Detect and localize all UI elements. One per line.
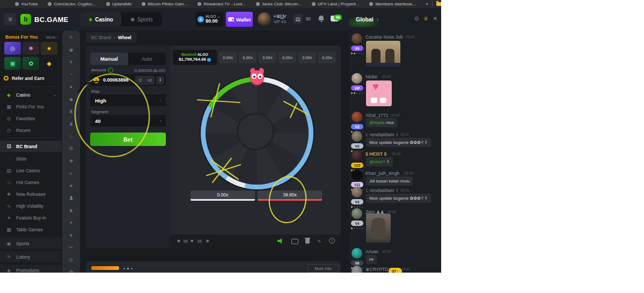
bookmarks-overflow-chevron[interactable]: » (426, 2, 428, 6)
sidebar-item-hot-games[interactable]: ♨Hot Games (0, 177, 62, 187)
bookmark-label[interactable]: Bitcoin Plinko Gam... (148, 2, 187, 6)
chat-info-icon[interactable]: ⊙ (414, 16, 419, 21)
amount-stepper[interactable]: ▴ ▾ (156, 76, 164, 85)
rakeback-button[interactable]: ▤ (293, 14, 303, 24)
heart-icon[interactable]: ♥ (191, 238, 193, 244)
bookmark[interactable]: CoinGecko: Cryptoc... (48, 2, 96, 6)
rail-icon-16[interactable]: ♠ (62, 232, 80, 238)
rail-icon-1[interactable]: ◉ (62, 47, 80, 53)
more-info-button[interactable]: More Info (308, 264, 339, 273)
bonus-more-link[interactable]: More › (46, 35, 58, 40)
sidebar-item-favorites[interactable]: ◎Favorites (0, 113, 62, 123)
sidebar-item-picks-for-you[interactable]: ▦Picks For You (0, 101, 62, 112)
history-chip[interactable]: 0.00x (318, 52, 336, 63)
chat-room-title[interactable]: Global (356, 16, 374, 23)
sidebar-item-casino[interactable]: ◆Casino⌄ (0, 90, 62, 100)
rail-icon-6[interactable]: ♜ (62, 109, 80, 114)
tab-sports[interactable]: ◉ Sports (121, 12, 162, 26)
bookmark[interactable]: UplandMe (106, 2, 131, 6)
bookmark-label[interactable]: YouTube (21, 2, 38, 6)
rail-icon-7[interactable]: ♟ (62, 121, 80, 127)
bookmark-label[interactable]: UplandMe (112, 2, 131, 6)
rail-icon-10[interactable]: ❖ (62, 158, 80, 164)
tab-casino[interactable]: ◆ Casino (80, 12, 121, 26)
rail-icon-5[interactable]: ◆ (62, 97, 80, 102)
rail-icon-12[interactable]: ★ (62, 183, 80, 188)
rail-icon-3[interactable]: ◔ (62, 72, 80, 77)
bonus-tile-bell[interactable]: ◆ (41, 57, 57, 70)
rail-icon-15[interactable]: ✦ (62, 220, 80, 225)
avatar[interactable] (352, 112, 362, 122)
tab-manual[interactable]: Manual (90, 53, 128, 65)
bookmark-label[interactable]: Rewarded TV - Loot... (203, 2, 245, 6)
bookmark-label[interactable]: CoinGecko: Cryptoc... (54, 2, 96, 6)
risk-select[interactable]: High › (90, 94, 166, 106)
chevron-right-icon[interactable]: › (377, 16, 378, 22)
bookmark[interactable]: Rewarded TV - Loot... (197, 2, 245, 6)
rail-icon-8[interactable]: ♨ (62, 134, 80, 139)
sound-icon[interactable] (277, 238, 283, 244)
history-chip[interactable]: 0.00x (219, 52, 237, 63)
history-chip[interactable]: 0.00x (259, 52, 276, 63)
rail-icon-14[interactable]: ♞ (62, 208, 80, 213)
new-messages-pill[interactable]: 37↓ (389, 268, 402, 273)
sidebar-item-new-releases[interactable]: ❖New Releases (0, 189, 62, 199)
sidebar-item-sports[interactable]: ◉Sports (0, 238, 62, 249)
avatar[interactable] (352, 150, 362, 161)
bonus-tile-egg[interactable]: ✹ (23, 42, 39, 55)
theatre-icon[interactable] (291, 239, 298, 244)
avatar[interactable] (352, 266, 362, 273)
sidebar-item-high-volatility[interactable]: ∿High Volatility (0, 201, 62, 211)
bonus-tile-gem[interactable]: ▣ (4, 57, 21, 70)
balance-selector[interactable]: A ALGO ⌄ $0.00 (195, 12, 223, 27)
avatar[interactable] (352, 187, 362, 197)
rail-icon-4[interactable]: ● (62, 84, 80, 90)
mail-icon[interactable]: ✉ (306, 16, 311, 23)
avatar[interactable] (352, 33, 362, 44)
history-chip[interactable]: 0.00x (298, 52, 316, 63)
share-icon[interactable]: ➤ (206, 238, 210, 244)
bet-button[interactable]: Bet (90, 133, 166, 146)
info-icon[interactable]: i (108, 68, 113, 73)
sidebar-item-feature-buy-in[interactable]: ✦Feature Buy-in (0, 213, 62, 223)
wallet-button[interactable]: Wallet (226, 12, 253, 27)
user-avatar[interactable] (258, 12, 271, 26)
bookmark[interactable]: YouTube (15, 2, 38, 6)
bonus-tile-cash[interactable]: ✿ (23, 57, 39, 70)
avatar[interactable] (352, 131, 362, 142)
sidebar-item-table-games[interactable]: ▦Table Games (0, 224, 62, 235)
close-icon[interactable]: ✕ (433, 16, 437, 21)
help-icon[interactable]: ? (329, 238, 335, 244)
bookmark[interactable]: Members dashboar... (369, 2, 415, 6)
rail-icon-11[interactable]: ◐ (62, 171, 80, 176)
history-chip[interactable]: 0.00x (239, 52, 257, 63)
amount-input[interactable] (102, 77, 135, 83)
gif-meme[interactable] (366, 41, 400, 67)
rail-icon-17[interactable]: ✂ (62, 245, 80, 250)
bonus-tile-spin[interactable]: ◎ (4, 42, 21, 55)
bookmark[interactable]: UPX Land | Properti... (312, 2, 360, 6)
rail-icon-2[interactable]: ✈ (62, 60, 80, 65)
rail-icon-19[interactable]: ✿ (62, 269, 80, 273)
history-chip[interactable]: 0.00x (279, 52, 296, 63)
bcgame-logo[interactable]: b BC.GAME (20, 14, 69, 25)
double-button[interactable]: x2 (145, 76, 155, 85)
gif-portrait[interactable] (366, 214, 391, 243)
segment-select[interactable]: 40 › (90, 115, 166, 127)
avatar[interactable] (352, 170, 362, 180)
sidebar-item-live-casino[interactable]: ▤Live Casino (0, 165, 62, 175)
waveform-icon[interactable]: ∿ (317, 238, 321, 244)
bell-icon[interactable] (319, 16, 324, 20)
bookmark-label[interactable]: Members dashboar... (375, 2, 415, 6)
sidebar-item-promotions[interactable]: ◈Promotions (0, 265, 62, 273)
breadcrumb-parent[interactable]: BC Brand (91, 35, 111, 40)
avatar[interactable] (352, 248, 362, 259)
half-button[interactable]: /2 (135, 76, 145, 85)
sidebar-item-bc-brand[interactable]: ⚄BC Brand› (0, 141, 62, 152)
rail-icon-wheel-active[interactable]: ⚓ (62, 195, 80, 201)
step-down-icon[interactable]: ▾ (159, 80, 161, 82)
sidebar-item-lottery[interactable]: ✎Lottery (0, 251, 62, 262)
gif-hearts[interactable]: ♥ (366, 80, 392, 106)
user-info[interactable]: ≡≣∐ѵ VIP 43 (274, 13, 287, 24)
bookmark-label[interactable]: Jacks Club: Bitcoin... (262, 2, 302, 6)
